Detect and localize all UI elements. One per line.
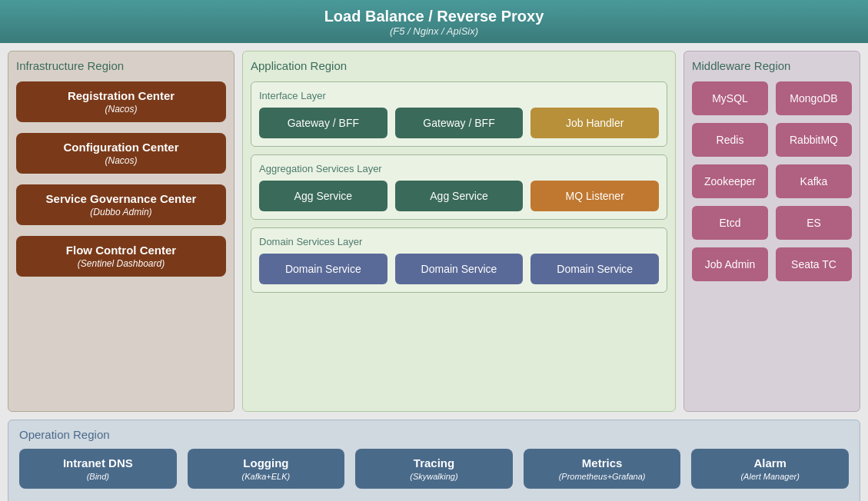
layer-1-btn-0[interactable]: Agg Service [259, 181, 387, 211]
layer-2-btn-2[interactable]: Domain Service [530, 254, 659, 284]
op-btn-main-3: Metrics [539, 456, 666, 469]
op-btn-3[interactable]: Metrics(Prometheus+Grafana) [524, 449, 681, 489]
mw-btn-2[interactable]: Redis [692, 123, 768, 157]
layer-1: Aggregation Services LayerAgg ServiceAgg… [251, 154, 667, 220]
layer-0-btn-2[interactable]: Job Handler [530, 108, 659, 138]
layer-buttons-0: Gateway / BFFGateway / BFFJob Handler [259, 108, 659, 138]
mw-btn-3[interactable]: RabbitMQ [776, 123, 852, 157]
op-btn-sub-3: (Prometheus+Grafana) [539, 472, 666, 481]
infra-btn-sub-1: (Nacos) [24, 155, 218, 166]
operation-region-title: Operation Region [19, 428, 849, 441]
layer-buttons-1: Agg ServiceAgg ServiceMQ Listener [259, 181, 659, 211]
layer-title-1: Aggregation Services Layer [259, 163, 659, 174]
mw-btn-0[interactable]: MySQL [692, 81, 768, 115]
infra-btn-2[interactable]: Service Governance Center(Dubbo Admin) [16, 184, 226, 225]
layer-1-btn-1[interactable]: Agg Service [395, 181, 524, 211]
app-layers: Interface LayerGateway / BFFGateway / BF… [251, 81, 667, 293]
op-btn-sub-0: (Bind) [35, 472, 161, 481]
layer-0: Interface LayerGateway / BFFGateway / BF… [251, 81, 667, 147]
infra-btn-main-2: Service Governance Center [24, 192, 218, 205]
mw-btn-8[interactable]: Job Admin [692, 247, 768, 281]
layer-2-btn-0[interactable]: Domain Service [259, 254, 387, 284]
top-bar-subtitle: (F5 / Nginx / ApiSix) [0, 25, 868, 37]
layer-title-0: Interface Layer [259, 90, 659, 101]
main-content: Infrastructure Region Registration Cente… [0, 43, 868, 420]
mw-btn-6[interactable]: Etcd [692, 206, 768, 240]
infra-btn-main-3: Flow Control Center [24, 244, 218, 257]
infra-btn-sub-2: (Dubbo Admin) [24, 207, 218, 217]
layer-2-btn-1[interactable]: Domain Service [395, 254, 524, 284]
op-btn-sub-4: (Alert Manager) [707, 472, 833, 481]
layer-0-btn-1[interactable]: Gateway / BFF [395, 108, 524, 138]
infra-btn-0[interactable]: Registration Center(Nacos) [16, 81, 226, 122]
infra-region-title: Infrastructure Region [16, 59, 226, 72]
layer-1-btn-2[interactable]: MQ Listener [530, 181, 659, 211]
infra-btn-main-0: Registration Center [24, 89, 218, 102]
mw-btn-4[interactable]: Zookeeper [692, 164, 768, 198]
op-btn-0[interactable]: Intranet DNS(Bind) [19, 449, 177, 489]
mw-btn-7[interactable]: ES [776, 206, 852, 240]
op-btn-sub-1: (Kafka+ELK) [203, 472, 330, 481]
op-btn-2[interactable]: Tracing(Skywalking) [355, 449, 513, 489]
mw-btn-9[interactable]: Seata TC [776, 247, 852, 281]
infra-btn-sub-3: (Sentinel Dashboard) [24, 258, 218, 269]
layer-title-2: Domain Services Layer [259, 236, 659, 247]
op-btn-1[interactable]: Logging(Kafka+ELK) [188, 449, 345, 489]
mw-buttons: MySQLMongoDBRedisRabbitMQZookeeperKafkaE… [692, 81, 852, 281]
op-btn-sub-2: (Skywalking) [371, 472, 497, 481]
infrastructure-region: Infrastructure Region Registration Cente… [8, 51, 234, 412]
op-btn-main-4: Alarm [707, 456, 833, 469]
op-buttons: Intranet DNS(Bind)Logging(Kafka+ELK)Trac… [19, 449, 849, 489]
op-btn-main-0: Intranet DNS [35, 456, 161, 469]
infra-btn-3[interactable]: Flow Control Center(Sentinel Dashboard) [16, 236, 226, 277]
op-btn-main-1: Logging [203, 456, 330, 469]
layer-buttons-2: Domain ServiceDomain ServiceDomain Servi… [259, 254, 659, 284]
middleware-region-title: Middleware Region [692, 59, 852, 72]
mw-btn-1[interactable]: MongoDB [776, 81, 852, 115]
operation-region: Operation Region Intranet DNS(Bind)Loggi… [8, 420, 860, 501]
infra-buttons: Registration Center(Nacos)Configuration … [16, 81, 226, 277]
infra-btn-1[interactable]: Configuration Center(Nacos) [16, 133, 226, 174]
op-btn-main-2: Tracing [371, 456, 497, 469]
top-bar-title: Load Balance / Reverse Proxy [0, 8, 868, 25]
infra-btn-sub-0: (Nacos) [24, 104, 218, 114]
top-bar: Load Balance / Reverse Proxy (F5 / Nginx… [0, 0, 868, 43]
op-btn-4[interactable]: Alarm(Alert Manager) [691, 449, 849, 489]
layer-2: Domain Services LayerDomain ServiceDomai… [251, 227, 667, 293]
layer-0-btn-0[interactable]: Gateway / BFF [259, 108, 387, 138]
mw-btn-5[interactable]: Kafka [776, 164, 852, 198]
infra-btn-main-1: Configuration Center [24, 141, 218, 154]
middleware-region: Middleware Region MySQLMongoDBRedisRabbi… [683, 51, 860, 412]
application-region: Application Region Interface LayerGatewa… [242, 51, 676, 412]
app-region-title: Application Region [251, 59, 667, 72]
